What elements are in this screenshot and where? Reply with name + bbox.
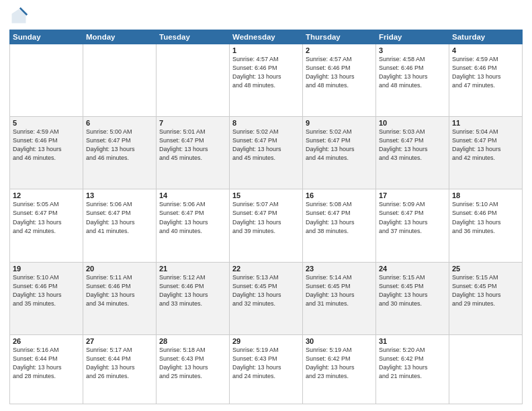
day-info: Sunrise: 5:17 AM Sunset: 6:44 PM Dayligh… [86,346,153,381]
day-number: 20 [86,265,153,273]
day-number: 23 [306,265,373,273]
day-info: Sunrise: 5:12 AM Sunset: 6:46 PM Dayligh… [159,273,226,308]
day-info: Sunrise: 5:01 AM Sunset: 6:47 PM Dayligh… [159,128,226,163]
calendar-header-tuesday: Tuesday [157,30,230,44]
day-number: 19 [13,265,80,273]
day-number: 8 [232,119,300,127]
day-number: 27 [86,337,153,345]
calendar-header-monday: Monday [83,30,157,44]
calendar-header-friday: Friday [376,30,449,44]
calendar-cell: 23Sunrise: 5:14 AM Sunset: 6:45 PM Dayli… [303,262,376,334]
calendar-cell: 22Sunrise: 5:13 AM Sunset: 6:45 PM Dayli… [230,262,303,334]
calendar-week-row: 1Sunrise: 4:57 AM Sunset: 6:46 PM Daylig… [10,44,523,117]
day-number: 24 [379,265,446,273]
day-number: 12 [13,191,80,199]
day-info: Sunrise: 5:10 AM Sunset: 6:46 PM Dayligh… [13,273,80,308]
calendar-cell: 29Sunrise: 5:19 AM Sunset: 6:43 PM Dayli… [230,334,303,404]
day-info: Sunrise: 4:57 AM Sunset: 6:46 PM Dayligh… [306,55,373,90]
calendar-cell: 3Sunrise: 4:58 AM Sunset: 6:46 PM Daylig… [376,44,449,117]
day-number: 2 [306,46,373,54]
calendar-cell [449,334,523,404]
day-number: 10 [379,119,446,127]
calendar-cell: 24Sunrise: 5:15 AM Sunset: 6:45 PM Dayli… [376,262,449,334]
day-number: 29 [232,337,300,345]
day-number: 13 [86,191,153,199]
calendar-cell: 2Sunrise: 4:57 AM Sunset: 6:46 PM Daylig… [303,44,376,117]
day-info: Sunrise: 5:06 AM Sunset: 6:47 PM Dayligh… [86,200,153,235]
day-info: Sunrise: 4:59 AM Sunset: 6:46 PM Dayligh… [452,55,519,90]
day-number: 25 [452,265,519,273]
calendar-week-row: 26Sunrise: 5:16 AM Sunset: 6:44 PM Dayli… [10,334,523,404]
day-info: Sunrise: 5:08 AM Sunset: 6:47 PM Dayligh… [306,200,373,235]
calendar-cell [10,44,83,117]
calendar-cell: 27Sunrise: 5:17 AM Sunset: 6:44 PM Dayli… [83,334,157,404]
day-number: 6 [86,119,153,127]
day-number: 1 [232,46,300,54]
calendar-cell: 12Sunrise: 5:05 AM Sunset: 6:47 PM Dayli… [10,189,83,262]
calendar-cell: 13Sunrise: 5:06 AM Sunset: 6:47 PM Dayli… [83,189,157,262]
calendar-cell: 17Sunrise: 5:09 AM Sunset: 6:47 PM Dayli… [376,189,449,262]
calendar-cell: 14Sunrise: 5:06 AM Sunset: 6:47 PM Dayli… [157,189,230,262]
calendar-cell [83,44,157,117]
day-info: Sunrise: 5:13 AM Sunset: 6:45 PM Dayligh… [232,273,300,308]
calendar-header-row: SundayMondayTuesdayWednesdayThursdayFrid… [10,30,523,44]
day-info: Sunrise: 5:18 AM Sunset: 6:43 PM Dayligh… [159,346,226,381]
day-info: Sunrise: 5:16 AM Sunset: 6:44 PM Dayligh… [13,346,80,381]
day-number: 14 [159,191,226,199]
day-info: Sunrise: 5:02 AM Sunset: 6:47 PM Dayligh… [232,128,300,163]
day-number: 16 [306,191,373,199]
day-number: 11 [452,119,519,127]
day-info: Sunrise: 5:20 AM Sunset: 6:42 PM Dayligh… [379,346,446,381]
calendar-cell: 10Sunrise: 5:03 AM Sunset: 6:47 PM Dayli… [376,117,449,189]
day-info: Sunrise: 5:19 AM Sunset: 6:43 PM Dayligh… [232,346,300,381]
calendar-header-thursday: Thursday [303,30,376,44]
calendar-table: SundayMondayTuesdayWednesdayThursdayFrid… [9,30,523,404]
day-number: 22 [232,265,300,273]
calendar-cell: 25Sunrise: 5:15 AM Sunset: 6:45 PM Dayli… [449,262,523,334]
day-number: 28 [159,337,226,345]
day-info: Sunrise: 5:00 AM Sunset: 6:47 PM Dayligh… [86,128,153,163]
day-number: 21 [159,265,226,273]
day-number: 26 [13,337,80,345]
day-info: Sunrise: 4:59 AM Sunset: 6:46 PM Dayligh… [13,128,80,163]
calendar-cell [157,44,230,117]
logo [9,7,31,26]
calendar-cell: 5Sunrise: 4:59 AM Sunset: 6:46 PM Daylig… [10,117,83,189]
day-info: Sunrise: 5:02 AM Sunset: 6:47 PM Dayligh… [306,128,373,163]
calendar-cell: 4Sunrise: 4:59 AM Sunset: 6:46 PM Daylig… [449,44,523,117]
calendar-cell: 26Sunrise: 5:16 AM Sunset: 6:44 PM Dayli… [10,334,83,404]
calendar-week-row: 19Sunrise: 5:10 AM Sunset: 6:46 PM Dayli… [10,262,523,334]
calendar-header-saturday: Saturday [449,30,523,44]
day-number: 15 [232,191,300,199]
day-info: Sunrise: 5:10 AM Sunset: 6:46 PM Dayligh… [452,200,519,235]
calendar-cell: 31Sunrise: 5:20 AM Sunset: 6:42 PM Dayli… [376,334,449,404]
day-info: Sunrise: 5:14 AM Sunset: 6:45 PM Dayligh… [306,273,373,308]
calendar-week-row: 5Sunrise: 4:59 AM Sunset: 6:46 PM Daylig… [10,117,523,189]
calendar-cell: 6Sunrise: 5:00 AM Sunset: 6:47 PM Daylig… [83,117,157,189]
calendar-cell: 19Sunrise: 5:10 AM Sunset: 6:46 PM Dayli… [10,262,83,334]
day-info: Sunrise: 5:09 AM Sunset: 6:47 PM Dayligh… [379,200,446,235]
calendar-cell: 15Sunrise: 5:07 AM Sunset: 6:47 PM Dayli… [230,189,303,262]
day-info: Sunrise: 5:04 AM Sunset: 6:47 PM Dayligh… [452,128,519,163]
day-number: 31 [379,337,446,345]
calendar-cell: 30Sunrise: 5:19 AM Sunset: 6:42 PM Dayli… [303,334,376,404]
day-number: 17 [379,191,446,199]
header [9,7,523,26]
calendar-cell: 11Sunrise: 5:04 AM Sunset: 6:47 PM Dayli… [449,117,523,189]
day-number: 18 [452,191,519,199]
day-info: Sunrise: 5:15 AM Sunset: 6:45 PM Dayligh… [452,273,519,308]
calendar-week-row: 12Sunrise: 5:05 AM Sunset: 6:47 PM Dayli… [10,189,523,262]
day-info: Sunrise: 5:07 AM Sunset: 6:47 PM Dayligh… [232,200,300,235]
day-number: 3 [379,46,446,54]
calendar-cell: 7Sunrise: 5:01 AM Sunset: 6:47 PM Daylig… [157,117,230,189]
calendar-header-wednesday: Wednesday [230,30,303,44]
calendar-cell: 28Sunrise: 5:18 AM Sunset: 6:43 PM Dayli… [157,334,230,404]
calendar-cell: 9Sunrise: 5:02 AM Sunset: 6:47 PM Daylig… [303,117,376,189]
day-info: Sunrise: 5:11 AM Sunset: 6:46 PM Dayligh… [86,273,153,308]
day-number: 4 [452,46,519,54]
calendar-header-sunday: Sunday [10,30,83,44]
calendar-cell: 21Sunrise: 5:12 AM Sunset: 6:46 PM Dayli… [157,262,230,334]
day-info: Sunrise: 5:19 AM Sunset: 6:42 PM Dayligh… [306,346,373,381]
calendar-cell: 18Sunrise: 5:10 AM Sunset: 6:46 PM Dayli… [449,189,523,262]
day-number: 30 [306,337,373,345]
